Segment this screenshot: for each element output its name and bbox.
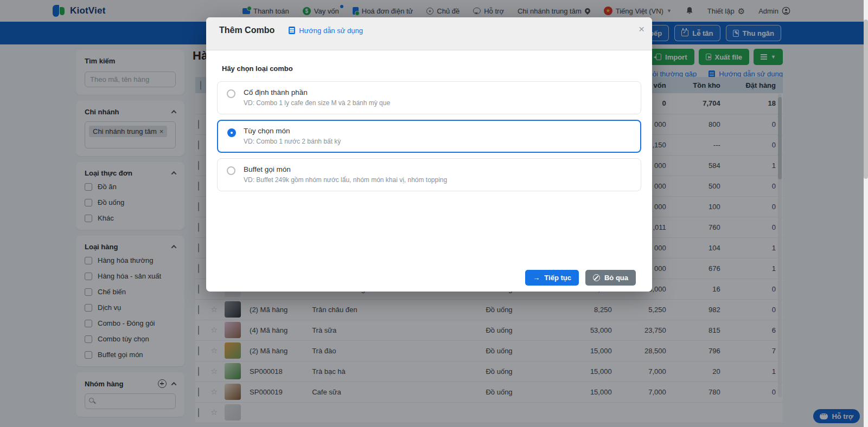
- combo-options: Cố định thành phần VD: Combo 1 ly cafe đ…: [217, 81, 641, 191]
- combo-type-option[interactable]: Cố định thành phần VD: Combo 1 ly cafe đ…: [217, 81, 641, 114]
- option-title: Tùy chọn món: [244, 127, 632, 135]
- continue-button[interactable]: → Tiếp tục: [525, 270, 579, 286]
- page-scrollbar[interactable]: [864, 0, 868, 427]
- option-description: VD: Combo 1 nước 2 bánh bất kỳ: [244, 138, 632, 145]
- option-title: Buffet gọi món: [244, 165, 632, 173]
- scrollbar-thumb[interactable]: [864, 20, 868, 179]
- combo-type-prompt: Hãy chọn loại combo: [222, 64, 641, 73]
- modal-guide-link[interactable]: Hướng dẫn sử dụng: [289, 27, 363, 35]
- modal-tabs: [219, 43, 639, 50]
- add-combo-modal: × Thêm Combo Hướng dẫn sử dụng Hãy chọn …: [206, 17, 652, 292]
- cancel-icon: [593, 274, 600, 281]
- option-title: Cố định thành phần: [244, 88, 632, 96]
- radio-button[interactable]: [227, 166, 235, 175]
- combo-type-option[interactable]: Buffet gọi món VD: Buffet 249k gồm nhóm …: [217, 158, 641, 191]
- option-description: VD: Buffet 249k gồm nhóm nước lẩu, nhóm …: [244, 176, 632, 184]
- arrow-right-icon: →: [533, 274, 540, 282]
- book-icon: [289, 27, 295, 34]
- combo-type-option[interactable]: Tùy chọn món VD: Combo 1 nước 2 bánh bất…: [217, 120, 641, 153]
- option-description: VD: Combo 1 ly cafe đen size M và 2 bánh…: [244, 99, 632, 107]
- close-icon[interactable]: ×: [639, 24, 644, 34]
- modal-header: Thêm Combo Hướng dẫn sử dụng: [206, 17, 652, 50]
- modal-footer: → Tiếp tục Bỏ qua: [525, 270, 636, 286]
- modal-body: Hãy chọn loại combo Cố định thành phần V…: [206, 50, 652, 191]
- radio-button[interactable]: [227, 128, 236, 137]
- modal-title: Thêm Combo: [219, 25, 275, 35]
- radio-button[interactable]: [227, 89, 235, 98]
- skip-button[interactable]: Bỏ qua: [585, 270, 636, 286]
